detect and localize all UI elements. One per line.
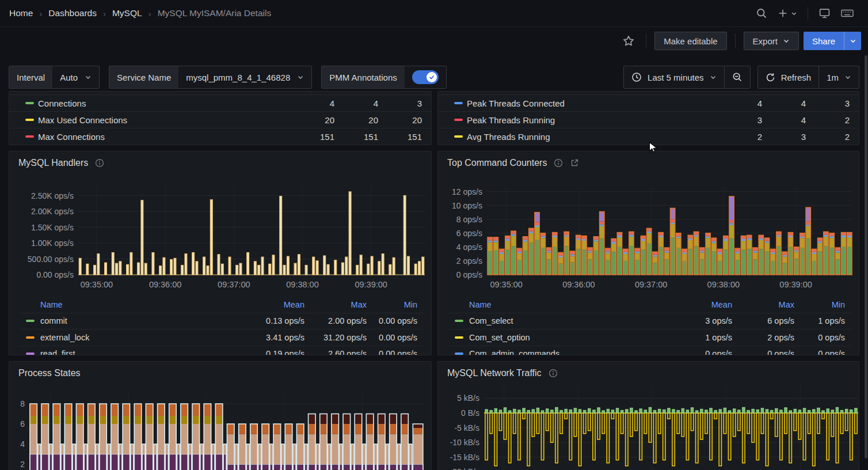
series-max: 6 ops/s <box>739 316 801 325</box>
breadcrumb-mysql[interactable]: MySQL <box>112 8 142 18</box>
mysql-network-traffic-chart[interactable]: 5 kB/s0 B/s-5 kB/s-10 kB/s-15 kB/s-20 kB… <box>438 385 859 470</box>
series-max: 0 ops/s <box>739 349 801 355</box>
svg-text:09:37:00: 09:37:00 <box>218 280 250 289</box>
keyboard-shortcuts-icon[interactable] <box>836 3 859 24</box>
chevron-down-icon <box>85 74 92 81</box>
share-menu-chevron[interactable] <box>844 32 861 50</box>
series-mean: 3.41 ops/s <box>243 333 311 342</box>
series-label: Max Used Connections <box>35 115 291 125</box>
series-value: 4 <box>718 98 762 108</box>
svg-text:09:35:00: 09:35:00 <box>490 280 522 289</box>
zoom-out-time-button[interactable] <box>724 66 750 88</box>
svg-text:10 ops/s: 10 ops/s <box>452 201 482 210</box>
svg-text:1.50K ops/s: 1.50K ops/s <box>31 223 74 232</box>
svg-text:4 ops/s: 4 ops/s <box>456 242 482 252</box>
series-value: 151 <box>378 132 422 142</box>
series-label: Com_admin_commands <box>469 349 559 355</box>
series-label: Peak Threads Connected <box>463 98 718 108</box>
refresh-control: Refresh 1m <box>757 66 859 89</box>
svg-text:09:37:00: 09:37:00 <box>635 280 667 289</box>
svg-text:6: 6 <box>20 419 25 429</box>
make-editable-button[interactable]: Make editable <box>654 32 726 50</box>
series-label: Com_select <box>469 316 513 325</box>
kiosk-monitor-icon[interactable] <box>813 3 836 24</box>
info-icon[interactable] <box>95 158 104 168</box>
top-command-counters-panel: Top Command Counters 0 ops/s2 ops/s4 ops… <box>437 151 859 355</box>
top-nav-bar: Home › Dashboards › MySQL › MySQL MyISAM… <box>0 0 868 27</box>
svg-text:8: 8 <box>20 399 25 408</box>
search-icon[interactable] <box>751 3 772 23</box>
panel-header: MySQL Network Traffic <box>438 362 859 385</box>
pmm-annotations-toggle[interactable] <box>412 70 439 84</box>
legend-row[interactable]: read_first0.19 ops/s2.60 ops/s0.00 ops/s <box>18 346 424 355</box>
legend-row[interactable]: Com_select3 ops/s6 ops/s1 ops/s <box>447 313 852 330</box>
series-label: read_first <box>40 349 75 355</box>
service-name-select[interactable]: mysql_pmm_8_4_1_46828 <box>178 66 311 88</box>
series-label: Max Connections <box>35 132 291 142</box>
clock-icon <box>631 72 642 82</box>
panel-header: MySQL Handlers <box>9 151 431 175</box>
divider <box>646 33 646 48</box>
series-label: Com_set_option <box>469 333 530 342</box>
mysql-handlers-chart[interactable]: 0.00 ops/s500.00 ops/s1.00K ops/s1.50K o… <box>9 175 432 297</box>
zoom-out-icon <box>732 72 743 82</box>
svg-text:2.50K ops/s: 2.50K ops/s <box>31 191 74 200</box>
series-swatch <box>26 336 35 339</box>
panel-title: MySQL Handlers <box>18 158 88 168</box>
series-mean: 0.13 ops/s <box>243 316 311 325</box>
export-button[interactable]: Export <box>744 32 799 50</box>
series-label: Avg Threads Running <box>463 132 718 142</box>
page-scrollbar[interactable] <box>864 0 868 470</box>
process-states-chart[interactable]: 2468 <box>9 385 432 470</box>
breadcrumb-home[interactable]: Home <box>9 8 33 18</box>
legend-row[interactable]: Com_set_option1 ops/s2 ops/s0 ops/s <box>447 329 852 346</box>
table-row[interactable]: Avg Threads Running232 <box>438 128 859 145</box>
series-label: Peak Threads Running <box>463 115 718 125</box>
table-row[interactable]: Peak Threads Running342 <box>438 111 859 128</box>
svg-text:09:38:00: 09:38:00 <box>707 280 740 289</box>
table-row[interactable]: Connections443 <box>9 94 431 111</box>
interval-select[interactable]: Auto <box>52 66 99 88</box>
series-mean: 1 ops/s <box>671 333 739 342</box>
external-link-icon[interactable] <box>570 158 579 168</box>
svg-text:12 ops/s: 12 ops/s <box>452 187 482 196</box>
svg-text:09:36:00: 09:36:00 <box>149 280 181 289</box>
series-mean: 3 ops/s <box>671 316 739 325</box>
refresh-icon <box>766 73 775 82</box>
series-swatch <box>25 119 34 121</box>
refresh-button[interactable]: Refresh <box>758 66 819 88</box>
legend-row[interactable]: commit0.13 ops/s2.00 ops/s0.00 ops/s <box>18 313 424 330</box>
svg-text:1.00K ops/s: 1.00K ops/s <box>31 238 74 248</box>
mysql-network-traffic-panel: MySQL Network Traffic 5 kB/s0 B/s-5 kB/s… <box>437 361 859 470</box>
table-row[interactable]: Max Used Connections202020 <box>9 111 431 128</box>
threads-table-panel: Peak Threads Connected443Peak Threads Ru… <box>437 91 859 145</box>
svg-text:2.00K ops/s: 2.00K ops/s <box>31 207 74 216</box>
svg-text:2: 2 <box>20 460 25 469</box>
series-max: 31.20 ops/s <box>311 333 374 342</box>
series-value: 4 <box>291 98 334 108</box>
info-icon[interactable] <box>549 369 558 378</box>
info-icon[interactable] <box>554 158 563 168</box>
divider <box>808 7 808 20</box>
series-value: 20 <box>378 115 422 125</box>
scrollbar-thumb[interactable] <box>865 55 867 458</box>
table-row[interactable]: Max Connections151151151 <box>9 128 431 145</box>
time-range-picker[interactable]: Last 5 minutes <box>624 66 724 88</box>
star-favorite-icon[interactable] <box>619 32 638 50</box>
series-swatch <box>454 135 463 138</box>
divider <box>735 33 736 48</box>
add-new-button[interactable] <box>772 4 802 22</box>
top-command-counters-chart[interactable]: 0 ops/s2 ops/s4 ops/s6 ops/s8 ops/s10 op… <box>438 175 859 297</box>
series-min: 0.00 ops/s <box>374 349 424 355</box>
chevron-down-icon <box>791 10 797 17</box>
breadcrumb-dashboards[interactable]: Dashboards <box>48 8 97 18</box>
legend-row[interactable]: external_lock3.41 ops/s31.20 ops/s0.00 o… <box>18 329 424 346</box>
interval-label: Interval <box>9 66 52 88</box>
series-value: 151 <box>291 132 334 142</box>
refresh-interval-select[interactable]: 1m <box>818 66 859 88</box>
svg-text:6 ops/s: 6 ops/s <box>456 229 482 238</box>
table-row[interactable]: Peak Threads Connected443 <box>438 94 859 111</box>
share-button[interactable]: Share <box>804 32 844 50</box>
breadcrumb-separator: › <box>149 9 151 18</box>
legend-row[interactable]: Com_admin_commands0 ops/s0 ops/s0 ops/s <box>447 346 852 355</box>
